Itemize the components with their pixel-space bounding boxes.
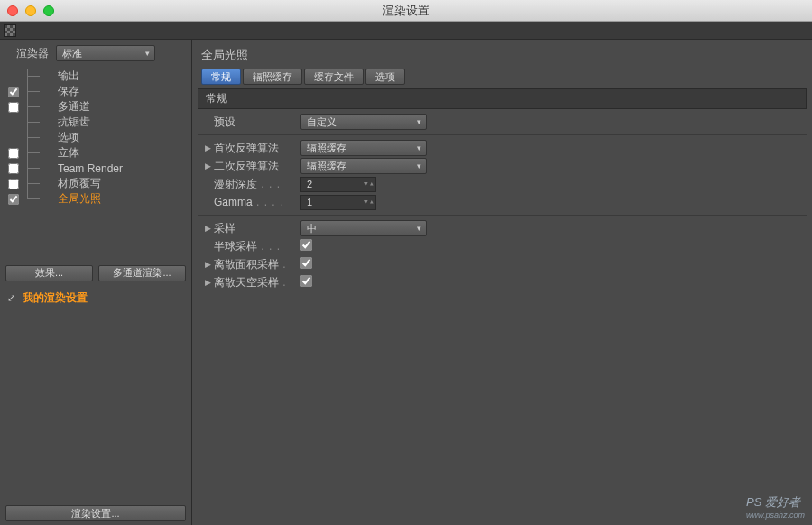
sidebar: 渲染器 标准 输出保存多通道抗锯齿选项立体Team Render材质覆写全局光照… [0, 40, 192, 525]
gamma-label: Gamma [214, 196, 253, 208]
panel-title: 全局光照 [198, 43, 807, 69]
preset-label: 预设 [214, 115, 235, 128]
sidebar-checkbox[interactable] [8, 148, 19, 159]
sidebar-item[interactable]: 保存 [0, 84, 191, 99]
sidebar-item-label: Team Render [58, 162, 123, 175]
diffuse-depth-label: 漫射深度 [214, 178, 257, 190]
sidebar-item[interactable]: 全局光照 [0, 191, 191, 207]
disclosure-icon[interactable]: ▶ [201, 143, 214, 152]
tab[interactable]: 辐照缓存 [243, 69, 302, 85]
sidebar-item[interactable]: 立体 [0, 145, 191, 161]
renderer-label: 渲染器 [16, 46, 49, 61]
main-panel: 全局光照 常规辐照缓存缓存文件选项 常规 预设 自定义 ▶ 首次反弹算法 [192, 40, 812, 525]
sidebar-item[interactable]: 多通道 [0, 99, 191, 115]
tab[interactable]: 常规 [201, 69, 241, 85]
sidebar-checkbox[interactable] [8, 179, 19, 189]
disclosure-icon[interactable]: ▶ [201, 161, 214, 170]
tab-bar: 常规辐照缓存缓存文件选项 [198, 69, 807, 85]
hemispherical-checkbox[interactable] [300, 239, 312, 251]
sidebar-item-label: 保存 [58, 84, 79, 99]
renderer-dropdown[interactable]: 标准 [56, 45, 155, 61]
sidebar-item-label: 输出 [58, 69, 79, 84]
section-header: 常规 [198, 88, 807, 109]
titlebar: 渲染设置 [0, 0, 812, 22]
gamma-field[interactable]: 1 [300, 195, 376, 210]
sidebar-checkbox[interactable] [8, 194, 19, 205]
hemispherical-label: 半球采样 [214, 240, 257, 253]
primary-bounce-label: 首次反弹算法 [214, 142, 279, 154]
sidebar-item[interactable]: Team Render [0, 161, 191, 176]
discrete-sky-checkbox[interactable] [300, 275, 312, 287]
discrete-sky-label: 离散天空采样 [214, 276, 279, 289]
secondary-bounce-dropdown[interactable]: 辐照缓存 [300, 158, 427, 174]
sidebar-item[interactable]: 材质覆写 [0, 176, 191, 191]
sidebar-checkbox[interactable] [8, 87, 19, 97]
render-region-icon[interactable] [4, 24, 16, 37]
disclosure-icon[interactable]: ▶ [201, 260, 214, 269]
disclosure-icon[interactable]: ▶ [201, 224, 214, 233]
sidebar-list: 输出保存多通道抗锯齿选项立体Team Render材质覆写全局光照 [0, 69, 191, 262]
window-title: 渲染设置 [0, 3, 812, 19]
primary-bounce-dropdown[interactable]: 辐照缓存 [300, 140, 427, 156]
sidebar-item-label: 材质覆写 [58, 176, 101, 191]
sampling-label: 采样 [214, 222, 235, 235]
sidebar-item-label: 多通道 [58, 99, 90, 115]
sidebar-item[interactable]: 抗锯齿 [0, 115, 191, 130]
diffuse-depth-field[interactable]: 2 [300, 177, 376, 192]
discrete-area-checkbox[interactable] [300, 257, 312, 269]
tab[interactable]: 选项 [365, 69, 405, 85]
my-render-settings[interactable]: ⤢ 我的渲染设置 [0, 285, 191, 309]
effects-button[interactable]: 效果... [5, 265, 93, 281]
tab[interactable]: 缓存文件 [304, 69, 364, 85]
sidebar-item-label: 全局光照 [58, 191, 101, 207]
sidebar-item[interactable]: 输出 [0, 69, 191, 84]
multipass-render-button[interactable]: 多通道渲染... [98, 265, 186, 281]
sampling-dropdown[interactable]: 中 [300, 220, 427, 236]
toolbar [0, 22, 812, 40]
sidebar-item-label: 立体 [58, 145, 79, 161]
disclosure-icon[interactable]: ▶ [201, 278, 214, 287]
sidebar-checkbox[interactable] [8, 163, 19, 174]
expand-icon: ⤢ [7, 292, 15, 304]
sidebar-item-label: 选项 [58, 130, 79, 145]
discrete-area-label: 离散面积采样 [214, 258, 279, 271]
render-settings-button[interactable]: 渲染设置... [5, 505, 186, 521]
preset-dropdown[interactable]: 自定义 [300, 114, 427, 130]
sidebar-checkbox[interactable] [8, 102, 19, 113]
secondary-bounce-label: 二次反弹算法 [214, 160, 279, 172]
sidebar-item-label: 抗锯齿 [58, 115, 90, 130]
sidebar-item[interactable]: 选项 [0, 130, 191, 145]
renderer-value: 标准 [62, 47, 82, 60]
